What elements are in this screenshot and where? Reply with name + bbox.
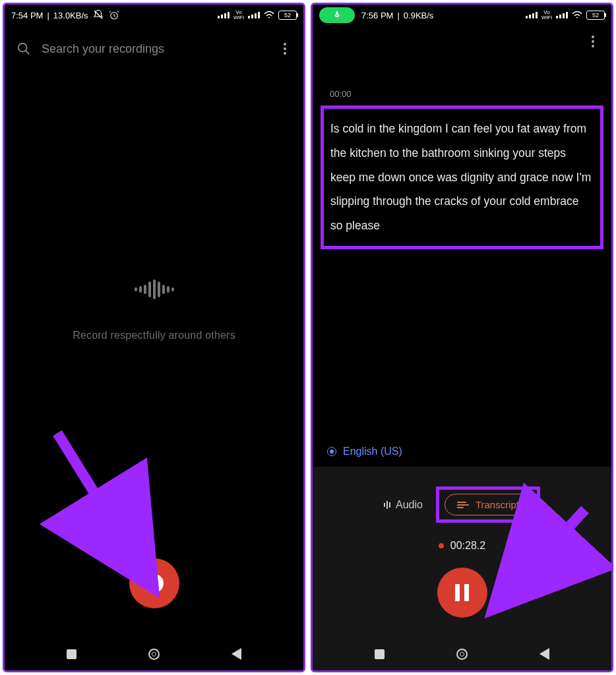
signal-icon-2 <box>556 12 568 18</box>
language-target-icon <box>327 447 336 456</box>
mic-active-pill[interactable] <box>319 7 355 23</box>
pause-icon <box>455 584 469 601</box>
transcript-text-highlight: Is cold in the kingdom I can feel you fa… <box>321 105 603 249</box>
signal-icon <box>218 12 230 18</box>
status-time: 7:56 PM <box>361 11 393 20</box>
alarm-icon <box>108 9 120 21</box>
battery-icon: 52 <box>278 11 297 20</box>
signal-icon-2 <box>248 12 260 18</box>
wifi-icon <box>572 11 582 20</box>
status-bar: 7:54 PM | 13.0KB/s VoWiFi 52 <box>5 5 303 26</box>
recording-panel: Audio Transcript 00:28.2 <box>313 467 611 670</box>
pause-button[interactable] <box>437 568 487 618</box>
nav-recents-button[interactable] <box>67 649 77 659</box>
language-row[interactable]: English (US) <box>313 436 611 467</box>
language-label: English (US) <box>343 446 402 457</box>
signal-icon <box>526 12 538 18</box>
nav-back-button[interactable] <box>231 648 241 660</box>
more-menu-button[interactable] <box>586 35 600 48</box>
mic-icon <box>332 11 342 20</box>
vowifi-icon: VoWiFi <box>233 10 244 20</box>
recording-time: 00:28.2 <box>450 540 485 552</box>
transcript-timestamp: 00:00 <box>313 26 611 105</box>
svg-point-2 <box>18 44 27 52</box>
search-input[interactable]: Search your recordings <box>42 42 278 56</box>
waveform-icon <box>135 279 174 299</box>
status-sep: | <box>397 11 399 20</box>
status-net: 0.9KB/s <box>404 11 434 20</box>
search-row: Search your recordings <box>5 26 303 63</box>
recording-dot-icon <box>439 543 444 548</box>
empty-hint: Record respectfully around others <box>73 330 235 341</box>
tab-row: Audio Transcript <box>384 486 540 523</box>
transcript-lines-icon <box>457 502 469 508</box>
status-bar: 7:56 PM | 0.9KB/s VoWiFi 52 <box>313 5 611 26</box>
status-sep: | <box>47 11 49 20</box>
nav-recents-button[interactable] <box>375 649 385 659</box>
wifi-icon <box>264 11 274 20</box>
nav-back-button[interactable] <box>539 648 549 660</box>
phone-right: 7:56 PM | 0.9KB/s VoWiFi 52 00:00 Is col… <box>311 3 613 672</box>
search-icon[interactable] <box>16 42 31 56</box>
battery-icon: 52 <box>586 11 605 20</box>
nav-bar <box>313 641 611 670</box>
recording-time-row: 00:28.2 <box>439 540 485 552</box>
svg-line-3 <box>26 51 30 55</box>
nav-bar <box>5 641 303 670</box>
status-net: 13.0KB/s <box>53 11 88 20</box>
nav-home-button[interactable] <box>148 649 160 660</box>
bell-off-icon <box>92 9 104 21</box>
transcript-text: Is cold in the kingdom I can feel you fa… <box>330 122 591 232</box>
more-menu-button[interactable] <box>278 42 292 55</box>
record-button[interactable] <box>129 558 179 608</box>
audio-tab-label: Audio <box>396 499 423 511</box>
transcript-tab-label: Transcript <box>476 499 519 510</box>
record-dot-icon <box>145 574 164 593</box>
transcript-tab-highlight: Transcript <box>436 486 540 523</box>
transcript-tab[interactable]: Transcript <box>445 494 532 515</box>
phone-left: 7:54 PM | 13.0KB/s VoWiFi 52 Search your… <box>3 3 305 672</box>
nav-home-button[interactable] <box>456 649 468 660</box>
empty-state: Record respectfully around others <box>5 63 303 558</box>
audio-tab[interactable]: Audio <box>384 499 423 511</box>
vowifi-icon: VoWiFi <box>541 10 552 20</box>
status-time: 7:54 PM <box>11 11 43 20</box>
audio-wave-icon <box>384 501 390 509</box>
